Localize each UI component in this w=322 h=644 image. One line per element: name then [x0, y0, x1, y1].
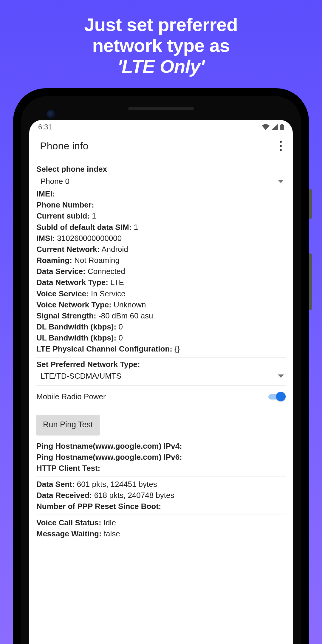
voice-call-status-row: Voice Call Status: Idle	[36, 517, 286, 528]
more-options-icon[interactable]	[279, 141, 282, 151]
imsi-row: IMSI: 310260000000000	[36, 233, 286, 244]
phone-device-frame: 6:31 Phone info	[13, 88, 309, 644]
message-waiting-row: Message Waiting: false	[36, 528, 286, 539]
promo-line-2: network type as	[92, 35, 230, 56]
phone-index-dropdown[interactable]: Phone 0	[36, 174, 286, 188]
lte-phys-channel-row: LTE Physical Channel Configuration: {}	[36, 343, 286, 354]
http-client-test-row: HTTP Client Test:	[36, 463, 286, 474]
promo-line-1: Just set preferred	[84, 14, 238, 35]
device-front-camera	[47, 110, 55, 119]
promo-headline: Just set preferred network type as 'LTE …	[0, 14, 322, 77]
roaming-row: Roaming: Not Roaming	[36, 255, 286, 266]
mobile-radio-power-label: Mobile Radio Power	[36, 392, 106, 401]
preferred-network-dropdown[interactable]: LTE/TD-SCDMA/UMTS	[36, 369, 286, 383]
voice-network-type-row: Voice Network Type: Unknown	[36, 299, 286, 310]
divider	[36, 408, 286, 408]
preferred-network-value: LTE/TD-SCDMA/UMTS	[41, 371, 121, 381]
device-power-button	[309, 189, 312, 219]
ul-bandwidth-row: UL Bandwidth (kbps): 0	[36, 332, 286, 343]
ppp-reset-row: Number of PPP Reset Since Boot:	[36, 501, 286, 512]
current-network-row: Current Network: Android	[36, 244, 286, 255]
wifi-icon	[262, 124, 270, 130]
data-service-row: Data Service: Connected	[36, 266, 286, 277]
phone-device-inner: 6:31 Phone info	[21, 96, 301, 644]
set-preferred-network-label: Set Preferred Network Type:	[36, 360, 286, 369]
signal-strength-row: Signal Strength: -80 dBm 60 asu	[36, 310, 286, 321]
device-volume-button	[309, 253, 312, 310]
promo-line-3: 'LTE Only'	[117, 56, 205, 77]
data-sent-row: Data Sent: 601 pkts, 124451 bytes	[36, 479, 286, 490]
phone-index-value: Phone 0	[41, 177, 69, 186]
divider	[36, 386, 286, 386]
appbar: Phone info	[29, 134, 293, 158]
chevron-down-icon	[278, 374, 284, 378]
divider	[36, 515, 286, 515]
device-speaker	[128, 107, 194, 110]
select-phone-index-label: Select phone index	[36, 165, 286, 174]
data-received-row: Data Received: 618 pkts, 240748 bytes	[36, 490, 286, 501]
imei-row: IMEI:	[36, 188, 286, 199]
default-data-subid-row: SubId of default data SIM: 1	[36, 222, 286, 233]
ping-ipv4-row: Ping Hostname(www.google.com) IPv4:	[36, 441, 286, 452]
svg-rect-0	[281, 124, 283, 125]
phone-number-row: Phone Number:	[36, 199, 286, 210]
statusbar-right	[262, 124, 284, 130]
divider	[36, 357, 286, 357]
ping-ipv6-row: Ping Hostname(www.google.com) IPv6:	[36, 452, 286, 463]
current-subid-row: Current subId: 1	[36, 210, 286, 222]
divider	[36, 476, 286, 476]
voice-service-row: Voice Service: In Service	[36, 288, 286, 299]
cell-signal-icon	[271, 124, 278, 130]
data-network-type-row: Data Network Type: LTE	[36, 277, 286, 288]
battery-icon	[280, 124, 284, 130]
chevron-down-icon	[278, 180, 284, 183]
content-scroll[interactable]: Select phone index Phone 0 IMEI: Phone N…	[29, 158, 293, 644]
run-ping-test-button[interactable]: Run Ping Test	[36, 415, 100, 435]
mobile-radio-power-toggle[interactable]	[268, 392, 286, 402]
phone-screen: 6:31 Phone info	[29, 120, 293, 644]
statusbar-time: 6:31	[38, 123, 52, 131]
page-title: Phone info	[40, 140, 89, 152]
svg-rect-1	[280, 125, 284, 130]
mobile-radio-power-row: Mobile Radio Power	[36, 388, 286, 405]
statusbar: 6:31	[29, 120, 293, 134]
dl-bandwidth-row: DL Bandwidth (kbps): 0	[36, 321, 286, 332]
